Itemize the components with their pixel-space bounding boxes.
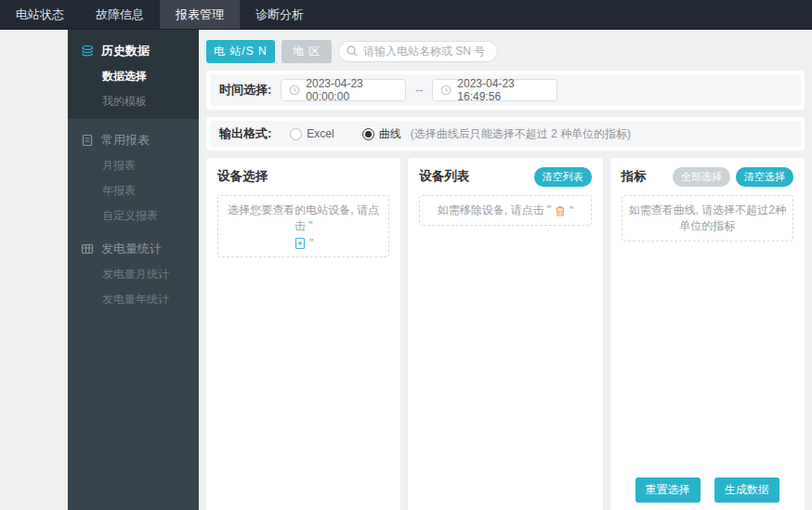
sidebar-item-energy-yearly[interactable]: 发电量年统计	[68, 282, 199, 307]
search-input[interactable]	[338, 41, 498, 62]
indicators-title: 指标	[622, 168, 647, 185]
sidebar-item-yearly-report[interactable]: 年报表	[68, 174, 199, 199]
device-select-hint: 选择您要查看的电站设备, 请点击 " "	[217, 195, 389, 257]
hint-text: "	[570, 204, 573, 217]
device-select-title: 设备选择	[217, 168, 268, 185]
radio-circle-icon	[362, 128, 374, 140]
bottom-actions: 重置选择 生成数据	[610, 477, 805, 503]
end-datetime-input[interactable]: 2023-04-23 16:49:56	[432, 79, 557, 101]
clear-list-button[interactable]: 清空列表	[534, 167, 592, 187]
search-icon	[346, 45, 359, 58]
sidebar-item-monthly-report[interactable]: 月报表	[68, 149, 199, 174]
device-list-hint: 如需移除设备, 请点击 " "	[419, 195, 591, 226]
trash-icon[interactable]	[554, 204, 567, 217]
sidebar-item-data-select[interactable]: 数据选择	[68, 59, 199, 85]
nav-tab-diagnosis[interactable]: 诊断分析	[240, 0, 320, 29]
start-datetime-input[interactable]: 2023-04-23 00:00:00	[281, 79, 406, 101]
sidebar-header-history-data[interactable]: 历史数据	[68, 30, 199, 59]
sidebar-item-my-templates[interactable]: 我的模板	[68, 85, 199, 110]
indicators-hint: 如需查看曲线, 请选择不超过2种单位的指标	[622, 195, 793, 242]
radio-curve[interactable]: 曲线	[362, 126, 401, 142]
sidebar-group-energy-stats: 发电量统计 发电量月统计 发电量年统计	[68, 224, 199, 307]
hint-text: 选择您要查看的电站设备, 请点击 "	[224, 203, 383, 234]
date-range-separator: --	[415, 84, 423, 97]
device-select-panel: 设备选择 选择您要查看的电站设备, 请点击 " "	[206, 158, 400, 510]
sidebar-header-label: 发电量统计	[101, 241, 162, 257]
time-select-label: 时间选择:	[219, 82, 271, 98]
top-navbar: 电站状态 故障信息 报表管理 诊断分析	[0, 0, 812, 30]
device-list-title: 设备列表	[419, 168, 469, 185]
clear-selection-button[interactable]: 清空选择	[736, 167, 793, 187]
filter-bar: 电 站/S N 地 区	[206, 40, 805, 62]
format-note: (选择曲线后只能选择不超过 2 种单位的指标)	[411, 126, 631, 142]
select-all-button[interactable]: 全部选择	[673, 167, 730, 187]
report-icon	[81, 134, 94, 147]
station-sn-filter-button[interactable]: 电 站/S N	[206, 40, 275, 63]
reset-selection-button[interactable]: 重置选择	[635, 477, 701, 503]
layers-icon	[81, 45, 94, 58]
sidebar-group-common-reports: 常用报表 月报表 年报表 自定义报表	[68, 119, 199, 224]
output-format-label: 输出格式:	[219, 125, 271, 142]
station-search	[338, 41, 498, 62]
device-list-panel: 设备列表 清空列表 如需移除设备, 请点击 " "	[408, 158, 602, 510]
left-gutter	[0, 30, 68, 510]
indicators-panel: 指标 全部选择 清空选择 如需查看曲线, 请选择不超过2种单位的指标 重置选择 …	[610, 158, 805, 510]
main-content: 电 站/S N 地 区 时间选择:	[199, 30, 812, 510]
radio-excel-label: Excel	[307, 127, 334, 140]
generate-data-button[interactable]: 生成数据	[714, 477, 779, 503]
sidebar-header-label: 常用报表	[101, 132, 150, 149]
output-format-card: 输出格式: Excel 曲线 (选择曲线后只能选择不超过 2 种单位的指标)	[206, 117, 805, 150]
nav-tab-fault-info[interactable]: 故障信息	[80, 0, 160, 29]
radio-circle-icon	[290, 128, 302, 140]
sidebar: 历史数据 数据选择 我的模板 常用报表 月报表 年报表 自定义报表	[68, 30, 199, 510]
nav-tab-report-mgmt[interactable]: 报表管理	[160, 0, 240, 29]
clock-icon	[289, 85, 300, 96]
radio-curve-label: 曲线	[379, 126, 401, 142]
sidebar-header-label: 历史数据	[101, 43, 150, 59]
nav-tab-station-status[interactable]: 电站状态	[0, 0, 80, 29]
sidebar-header-common-reports[interactable]: 常用报表	[68, 119, 199, 149]
hint-text: "	[309, 237, 313, 250]
selection-panels: 设备选择 选择您要查看的电站设备, 请点击 " " 设备列表	[206, 158, 805, 510]
time-select-card: 时间选择: 2023-04-23 00:00:00 --	[206, 71, 805, 110]
radio-excel[interactable]: Excel	[290, 127, 334, 140]
start-datetime-value: 2023-04-23 00:00:00	[306, 77, 398, 103]
clock-icon	[440, 85, 452, 96]
hint-text: 如需移除设备, 请点击 "	[438, 203, 551, 218]
sidebar-header-energy-stats[interactable]: 发电量统计	[68, 224, 199, 257]
hint-text: 如需查看曲线, 请选择不超过2种单位的指标	[628, 203, 787, 234]
table-icon	[81, 242, 94, 255]
sidebar-group-history-data: 历史数据 数据选择 我的模板	[68, 30, 199, 119]
add-device-file-icon[interactable]	[294, 237, 307, 250]
region-filter-button[interactable]: 地 区	[282, 40, 332, 63]
end-datetime-value: 2023-04-23 16:49:56	[457, 77, 549, 103]
sidebar-item-energy-monthly[interactable]: 发电量月统计	[68, 257, 199, 282]
sidebar-item-custom-report[interactable]: 自定义报表	[68, 199, 199, 224]
